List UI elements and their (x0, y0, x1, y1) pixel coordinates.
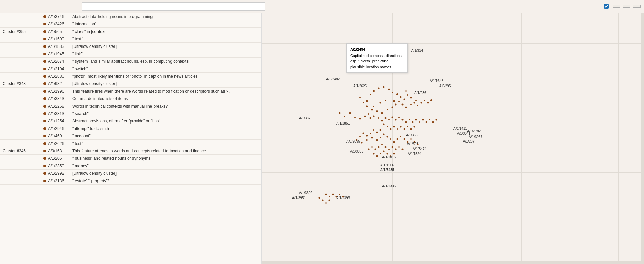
map-dot[interactable] (405, 107, 407, 108)
map-dot[interactable] (385, 100, 386, 101)
table-row[interactable]: A/1/2626" test" (0, 140, 261, 147)
table-row[interactable]: A/1/3426" information" (0, 20, 261, 28)
map-dot[interactable] (339, 112, 341, 114)
table-row[interactable]: A/1/1996This feature fires when there ar… (0, 88, 261, 95)
map-label[interactable]: A/1/593 (407, 142, 418, 146)
map-dot[interactable] (436, 119, 437, 121)
map-dot[interactable] (373, 116, 375, 117)
map-dot[interactable] (417, 105, 418, 106)
map-dot[interactable] (375, 149, 376, 150)
map-dot[interactable] (392, 117, 393, 118)
map-dot[interactable] (398, 146, 400, 148)
map-dot[interactable] (400, 126, 402, 128)
map-dot[interactable] (325, 194, 327, 195)
table-row[interactable]: A/1/2992[Ultralow density cluster] (0, 170, 261, 177)
map-dot[interactable] (390, 138, 391, 140)
map-dot[interactable] (361, 142, 363, 144)
map-dot[interactable] (415, 100, 417, 101)
map-dot[interactable] (383, 134, 385, 135)
map-dot[interactable] (388, 149, 390, 150)
map-dot[interactable] (415, 119, 417, 121)
map-dot[interactable] (378, 88, 380, 89)
map-dot[interactable] (359, 97, 361, 98)
map-label[interactable]: A/1/1524 (408, 152, 421, 156)
table-row[interactable]: A/1/460" account" (0, 132, 261, 140)
map-dot[interactable] (387, 153, 388, 155)
table-row[interactable]: Cluster #346A/0/163This feature attends … (0, 147, 261, 155)
map-dot[interactable] (329, 200, 330, 201)
map-dot[interactable] (412, 121, 414, 123)
scroll-zoom-control[interactable] (604, 4, 610, 9)
table-row[interactable]: Cluster #343A/1/982[Ultralow density clu… (0, 80, 261, 88)
map-dot[interactable] (400, 136, 401, 137)
map-dot[interactable] (380, 137, 381, 138)
map-dot[interactable] (395, 104, 397, 106)
map-dot[interactable] (387, 109, 388, 110)
map-dot[interactable] (325, 202, 327, 204)
map-dot[interactable] (392, 146, 393, 148)
map-dot[interactable] (402, 119, 404, 121)
map-dot[interactable] (359, 136, 361, 137)
map-dot[interactable] (410, 104, 412, 105)
map-dot[interactable] (373, 90, 375, 92)
map-label[interactable]: A/1/1393 (336, 196, 350, 200)
map-dot[interactable] (402, 104, 404, 106)
feature-table[interactable]: A/1/3746Abstract data-holding nouns in p… (0, 13, 261, 264)
map-dot[interactable] (388, 119, 390, 120)
map-dot[interactable] (393, 153, 395, 155)
map-dot[interactable] (370, 133, 371, 134)
map-dot[interactable] (393, 126, 395, 128)
map-dot[interactable] (397, 128, 398, 130)
map-dot[interactable] (373, 129, 374, 131)
map-dot[interactable] (378, 146, 380, 148)
table-row[interactable]: Cluster #355A/1/565" class" in [context] (0, 28, 261, 35)
map-dot[interactable] (385, 117, 387, 119)
map-dot[interactable] (354, 117, 356, 118)
map-dot[interactable] (414, 126, 415, 128)
map-dot[interactable] (368, 149, 370, 150)
map-dot[interactable] (410, 138, 412, 140)
map-dot[interactable] (359, 118, 361, 120)
map-dot[interactable] (414, 102, 415, 104)
map-dot[interactable] (380, 153, 381, 154)
map-dot[interactable] (366, 139, 368, 141)
map-dot[interactable] (405, 121, 407, 123)
map-label[interactable]: A/1/2625 (353, 84, 367, 88)
map-dot[interactable] (332, 194, 334, 195)
map-dot[interactable] (432, 121, 434, 123)
map-label[interactable]: A/1/3951 (292, 196, 306, 200)
map-dot[interactable] (376, 132, 378, 133)
map-dot[interactable] (376, 155, 378, 157)
map-label[interactable]: A/1/1411 (453, 127, 467, 130)
map-dot[interactable] (426, 121, 427, 123)
map-label[interactable]: A/1/1336 (382, 184, 396, 188)
map-dot[interactable] (371, 137, 373, 139)
map-dot[interactable] (410, 128, 412, 130)
table-row[interactable]: A/1/1254Abstract provisions, often after… (0, 117, 261, 125)
map-dot[interactable] (409, 119, 410, 120)
table-row[interactable]: A/1/1883[Ultralow density cluster] (0, 43, 261, 50)
table-row[interactable]: A/1/2674" system" and similar abstract n… (0, 58, 261, 65)
map-dot[interactable] (376, 110, 378, 112)
search-input[interactable] (82, 2, 265, 11)
map-dot[interactable] (390, 128, 392, 130)
map-dot[interactable] (329, 196, 330, 197)
map-dot[interactable] (407, 126, 408, 127)
map-dot[interactable] (427, 102, 429, 104)
map-dot[interactable] (402, 149, 404, 150)
map-label[interactable]: A/1/2095 (346, 139, 360, 143)
map-dot[interactable] (383, 86, 385, 88)
table-row[interactable]: A/1/3746Abstract data-holding nouns in p… (0, 13, 261, 20)
table-row[interactable]: A/1/3136" estate"/" property"/... (0, 177, 261, 185)
map-label[interactable]: A/1/1506 (380, 163, 394, 167)
map-dot[interactable] (404, 99, 405, 100)
zoom-out-button[interactable] (633, 5, 641, 8)
table-row[interactable]: A/1/3843Comma-delimited lists of items (0, 95, 261, 102)
map-dot[interactable] (371, 109, 373, 111)
map-dot[interactable] (380, 129, 381, 131)
map-label[interactable]: A/0/295 (439, 84, 451, 88)
map-dot[interactable] (373, 106, 374, 107)
map-dot[interactable] (376, 139, 378, 141)
map-dot[interactable] (430, 99, 432, 101)
map-dot[interactable] (383, 124, 385, 125)
